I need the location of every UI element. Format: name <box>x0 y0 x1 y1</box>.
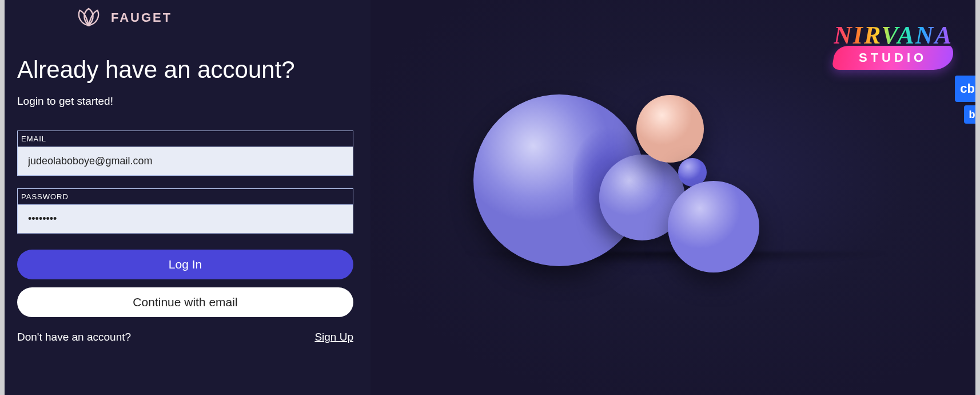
scrollbar-left <box>0 0 5 395</box>
shadow-floor <box>371 252 980 275</box>
hero-panel: NIRVANA STUDIO cb b <box>371 0 980 395</box>
page-subtitle: Login to get started! <box>17 95 353 108</box>
watermark-swoosh: STUDIO <box>831 46 954 70</box>
brand-logo: FAUGET <box>74 2 353 33</box>
email-input[interactable] <box>18 147 353 175</box>
page-title: Already have an account? <box>17 56 353 84</box>
login-button[interactable]: Log In <box>17 250 353 279</box>
watermark-title: NIRVANA <box>834 23 953 48</box>
signup-prompt: Don't have an account? <box>17 331 131 343</box>
signup-row: Don't have an account? Sign Up <box>17 331 353 343</box>
continue-with-email-button[interactable]: Continue with email <box>17 287 353 317</box>
brand-name: FAUGET <box>111 10 172 25</box>
orb-right <box>668 181 759 272</box>
email-field-group: EMAIL <box>17 131 353 176</box>
password-label: PASSWORD <box>18 189 353 204</box>
scrollbar-right <box>975 0 980 395</box>
login-panel: FAUGET Already have an account? Login to… <box>0 0 371 395</box>
password-input[interactable] <box>18 204 353 233</box>
orb-pink <box>636 95 704 163</box>
hero-scene: NIRVANA STUDIO cb b <box>371 0 980 395</box>
email-label: EMAIL <box>18 131 353 147</box>
lotus-icon <box>74 2 103 33</box>
password-field-group: PASSWORD <box>17 188 353 234</box>
watermark-subtitle: STUDIO <box>859 50 927 65</box>
signup-link[interactable]: Sign Up <box>314 331 353 343</box>
watermark: NIRVANA STUDIO <box>834 23 953 70</box>
